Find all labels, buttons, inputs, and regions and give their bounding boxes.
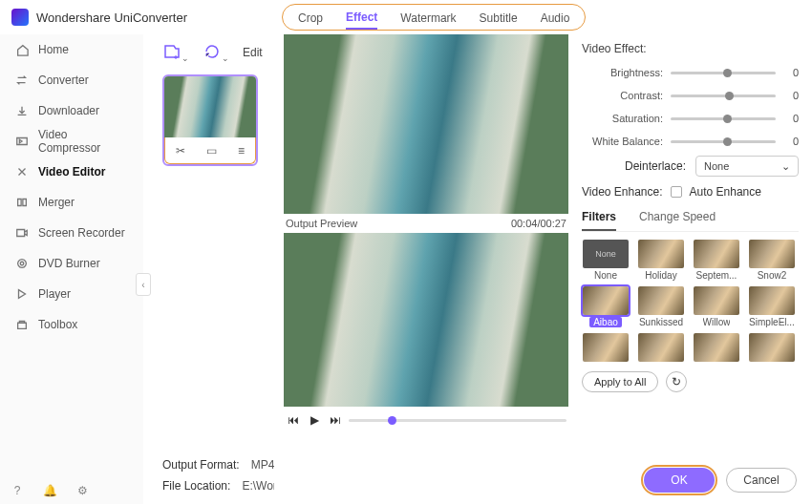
crop-icon[interactable]: ▭ bbox=[206, 144, 217, 158]
filter-thumbnail: None bbox=[583, 240, 629, 268]
ok-button[interactable]: OK bbox=[644, 468, 715, 493]
slider-whitebalance[interactable] bbox=[671, 140, 776, 143]
play-button[interactable]: ▶ bbox=[307, 412, 322, 428]
slider-contrast[interactable] bbox=[671, 94, 776, 97]
apply-to-all-button[interactable]: Apply to All bbox=[582, 371, 658, 392]
filter-septem...[interactable]: Septem... bbox=[693, 240, 740, 281]
auto-enhance-checkbox[interactable] bbox=[671, 186, 682, 198]
reset-filters-button[interactable]: ↻ bbox=[666, 371, 687, 392]
downloader-icon bbox=[15, 104, 29, 117]
sidebar-item-recorder[interactable]: Screen Recorder bbox=[0, 218, 143, 248]
collapse-sidebar-button[interactable]: ‹ bbox=[136, 273, 151, 296]
settings-icon[interactable]: ⚙ bbox=[75, 483, 90, 498]
filter-willow[interactable]: Willow bbox=[693, 286, 740, 327]
original-preview bbox=[284, 34, 568, 214]
sidebar-item-downloader[interactable]: Downloader bbox=[0, 95, 143, 126]
deinterlace-label: Deinterlace: bbox=[625, 159, 686, 173]
menu-icon[interactable]: ≡ bbox=[238, 144, 245, 158]
slider-value: 0 bbox=[783, 113, 799, 124]
deinterlace-select[interactable]: None ⌄ bbox=[695, 156, 799, 177]
slider-value: 0 bbox=[783, 90, 799, 101]
filter-thumbnail bbox=[749, 333, 795, 362]
filter-unnamed[interactable] bbox=[582, 333, 630, 362]
filter-label: Holiday bbox=[645, 270, 676, 281]
sidebar-item-label: Merger bbox=[38, 196, 75, 209]
slider-brightness[interactable] bbox=[671, 72, 776, 74]
tab-crop[interactable]: Crop bbox=[298, 11, 323, 29]
prev-frame-button[interactable]: ⏮ bbox=[286, 412, 301, 428]
sidebar-item-burner[interactable]: DVD Burner bbox=[0, 248, 143, 279]
preview-column: Output Preview 00:04/00:27 ⏮ ▶ ⏭ bbox=[274, 34, 568, 458]
clip-thumbnail bbox=[164, 76, 256, 137]
filter-simpleel...[interactable]: SimpleEl... bbox=[748, 286, 796, 327]
cut-icon[interactable]: ✂ bbox=[176, 144, 185, 158]
filter-aibao[interactable]: Aibao bbox=[582, 286, 630, 327]
sidebar-item-label: Toolbox bbox=[38, 318, 77, 331]
filter-thumbnail bbox=[694, 286, 739, 315]
output-preview-label: Output Preview bbox=[286, 218, 357, 229]
help-icon[interactable]: ? bbox=[10, 483, 25, 498]
app-logo-icon bbox=[11, 9, 29, 26]
sidebar-item-label: Home bbox=[38, 43, 69, 56]
sidebar-item-merger[interactable]: Merger bbox=[0, 187, 143, 218]
filter-label: None bbox=[594, 270, 617, 281]
recorder-icon bbox=[15, 226, 29, 240]
refresh-button[interactable]: ⌄ bbox=[203, 42, 224, 63]
slider-label: White Balance: bbox=[592, 136, 663, 147]
chevron-down-icon: ⌄ bbox=[182, 53, 189, 63]
edit-panel: CropEffectWatermarkSubtitleAudio Output … bbox=[274, 0, 812, 504]
filter-thumbnail bbox=[583, 286, 629, 315]
sidebar-item-label: Screen Recorder bbox=[38, 226, 125, 240]
burner-icon bbox=[15, 257, 29, 270]
filter-unnamed[interactable] bbox=[693, 333, 740, 362]
file-location-label: File Location: bbox=[162, 479, 230, 493]
clip-card[interactable]: ✂ ▭ ≡ bbox=[162, 74, 258, 166]
notifications-icon[interactable]: 🔔 bbox=[42, 483, 57, 498]
chevron-down-icon: ⌄ bbox=[781, 160, 790, 173]
slider-saturation[interactable] bbox=[671, 117, 776, 120]
sidebar: HomeConverterDownloaderVideo CompressorV… bbox=[0, 34, 143, 504]
subtab-change-speed[interactable]: Change Speed bbox=[639, 206, 716, 231]
merger-icon bbox=[15, 196, 29, 209]
filter-label: Snow2 bbox=[758, 270, 787, 281]
filter-none[interactable]: NoneNone bbox=[582, 240, 630, 281]
edit-tabs: CropEffectWatermarkSubtitleAudio bbox=[282, 4, 586, 31]
next-frame-button[interactable]: ⏭ bbox=[328, 412, 343, 428]
filter-thumbnail bbox=[749, 240, 795, 268]
filter-snow2[interactable]: Snow2 bbox=[748, 240, 796, 281]
dialog-buttons: OK Cancel bbox=[274, 458, 812, 504]
video-enhance-label: Video Enhance: bbox=[582, 185, 663, 199]
filter-holiday[interactable]: Holiday bbox=[637, 240, 685, 281]
add-files-button[interactable]: ⌄ bbox=[162, 42, 183, 63]
sidebar-item-label: Player bbox=[38, 287, 71, 301]
sidebar-item-label: Downloader bbox=[38, 104, 99, 117]
tab-audio[interactable]: Audio bbox=[541, 11, 570, 29]
filter-label: SimpleEl... bbox=[749, 317, 795, 327]
filter-thumbnail bbox=[638, 286, 684, 315]
editor-icon bbox=[15, 165, 29, 178]
sidebar-item-label: Converter bbox=[38, 74, 89, 87]
tab-watermark[interactable]: Watermark bbox=[400, 11, 456, 29]
home-icon bbox=[15, 43, 29, 56]
sidebar-item-home[interactable]: Home bbox=[0, 34, 143, 65]
sidebar-item-compressor[interactable]: Video Compressor bbox=[0, 126, 143, 157]
sidebar-item-player[interactable]: Player bbox=[0, 279, 143, 309]
filter-sunkissed[interactable]: Sunkissed bbox=[637, 286, 685, 327]
edit-label: Edit bbox=[243, 46, 263, 59]
cancel-button[interactable]: Cancel bbox=[726, 468, 797, 493]
filter-label: Willow bbox=[703, 317, 731, 327]
tab-subtitle[interactable]: Subtitle bbox=[480, 11, 518, 29]
progress-slider[interactable] bbox=[349, 417, 566, 423]
sidebar-item-editor[interactable]: Video Editor bbox=[0, 157, 143, 187]
preview-time: 00:04/00:27 bbox=[511, 218, 566, 229]
filter-label: Sunkissed bbox=[639, 317, 683, 327]
auto-enhance-label: Auto Enhance bbox=[690, 185, 761, 199]
filter-unnamed[interactable] bbox=[637, 333, 685, 362]
filter-thumbnail bbox=[694, 240, 739, 268]
filter-unnamed[interactable] bbox=[748, 333, 796, 362]
tab-effect[interactable]: Effect bbox=[346, 10, 377, 30]
sidebar-item-converter[interactable]: Converter bbox=[0, 65, 143, 95]
filter-label: Septem... bbox=[696, 270, 737, 281]
subtab-filters[interactable]: Filters bbox=[582, 206, 616, 231]
sidebar-item-toolbox[interactable]: Toolbox bbox=[0, 309, 143, 340]
